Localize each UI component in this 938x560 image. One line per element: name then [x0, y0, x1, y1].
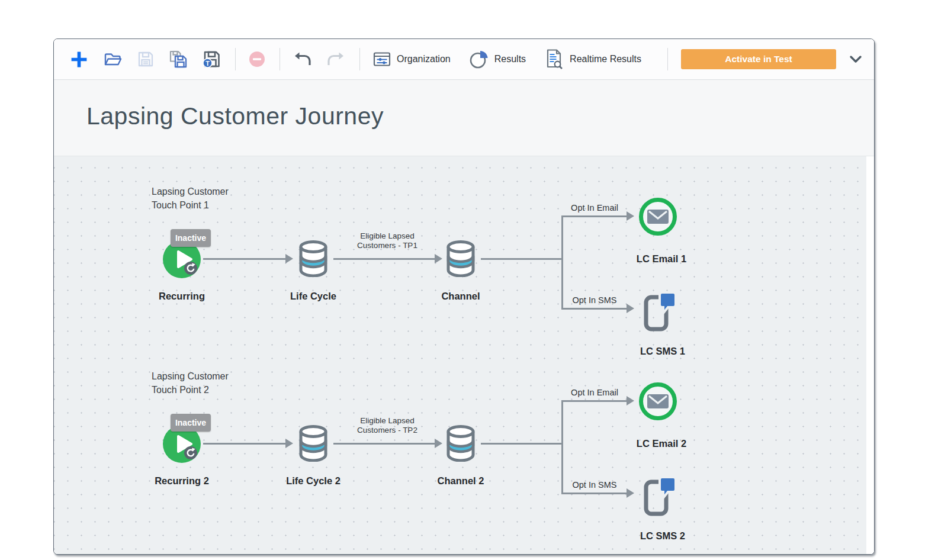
database-icon — [442, 424, 480, 462]
save-copy-icon — [169, 50, 188, 69]
lifecycle-node-label: Life Cycle — [266, 291, 361, 302]
activate-options-button[interactable] — [848, 53, 863, 65]
save-button[interactable] — [137, 50, 155, 68]
save-template-icon: T — [202, 50, 221, 69]
connector-line — [563, 308, 627, 310]
sms-branch-label: Opt In SMS — [547, 480, 642, 490]
scrollbar-track[interactable] — [866, 156, 874, 554]
arrowhead — [627, 211, 634, 221]
start-node-label: Recurring 2 — [134, 475, 229, 487]
connector-line — [333, 443, 435, 445]
email-campaign-node[interactable] — [639, 198, 677, 236]
svg-text:T: T — [205, 60, 210, 67]
sms-node-label: LC SMS 2 — [615, 530, 710, 542]
sms-branch-label: Opt In SMS — [547, 295, 642, 305]
activate-in-test-button[interactable]: Activate in Test — [681, 49, 836, 69]
arrowhead — [627, 488, 634, 498]
sms-campaign-node[interactable] — [640, 475, 679, 522]
toolbar-separator — [280, 48, 280, 70]
results-pie-icon — [470, 50, 489, 69]
organization-icon — [373, 51, 391, 67]
journey-header: Lapsing Customer Journey — [54, 80, 874, 156]
connector-line — [203, 258, 286, 260]
plus-icon — [69, 50, 89, 69]
edge-label: Eligible Lapsed Customers - TP2 — [328, 416, 446, 435]
touchpoint-annotation: Lapsing Customer Touch Point 1 — [152, 185, 229, 212]
arrowhead — [285, 439, 293, 448]
open-folder-icon — [103, 50, 123, 68]
results-button[interactable]: Results — [470, 50, 526, 69]
organization-label: Organization — [397, 54, 451, 65]
arrowhead — [627, 396, 634, 405]
envelope-icon — [646, 208, 670, 226]
phone-sms-icon — [640, 290, 679, 335]
page-title: Lapsing Customer Journey — [86, 102, 384, 130]
journey-branch-2: Lapsing Customer Touch Point 2 Inactive … — [54, 341, 874, 545]
database-icon — [294, 424, 332, 462]
phone-sms-icon — [640, 475, 679, 520]
new-button[interactable] — [69, 50, 89, 69]
lifecycle-node[interactable] — [294, 424, 332, 462]
redo-icon — [326, 52, 345, 67]
connector-line — [203, 443, 286, 445]
refresh-icon — [184, 262, 197, 275]
realtime-results-label: Realtime Results — [570, 54, 641, 65]
lifecycle-node[interactable] — [294, 239, 332, 277]
save-copy-button[interactable] — [169, 50, 188, 69]
channel-node[interactable] — [442, 424, 480, 462]
arrowhead — [285, 254, 293, 263]
journey-branch-1: Lapsing Customer Touch Point 1 Inactive … — [54, 156, 874, 361]
status-badge-inactive: Inactive — [171, 414, 211, 432]
refresh-icon — [184, 446, 197, 459]
email-node-label: LC Email 1 — [614, 253, 709, 265]
toolbar-separator — [235, 48, 236, 70]
status-badge-inactive: Inactive — [171, 229, 211, 247]
connector-line — [481, 258, 563, 260]
undo-button[interactable] — [293, 52, 312, 67]
email-node-label: LC Email 2 — [614, 438, 709, 449]
touchpoint-annotation: Lapsing Customer Touch Point 2 — [152, 369, 229, 397]
minus-circle-icon — [249, 51, 265, 67]
start-node-label: Recurring — [134, 291, 229, 302]
undo-icon — [293, 52, 312, 67]
connector-line — [563, 400, 627, 402]
connector-line — [333, 258, 435, 260]
chevron-down-icon — [848, 53, 863, 65]
toolbar: T — [54, 39, 874, 80]
open-button[interactable] — [103, 50, 123, 68]
sms-campaign-node[interactable] — [640, 290, 679, 337]
connector-line — [481, 443, 563, 445]
email-branch-label: Opt In Email — [547, 203, 642, 213]
redo-button[interactable] — [326, 52, 345, 67]
journey-builder-window: T — [53, 38, 875, 555]
email-branch-label: Opt In Email — [547, 388, 642, 397]
channel-node[interactable] — [442, 239, 480, 277]
organization-button[interactable]: Organization — [373, 51, 451, 67]
results-label: Results — [494, 54, 526, 65]
toolbar-separator — [667, 48, 668, 70]
save-template-button[interactable]: T — [202, 50, 221, 69]
arrowhead — [627, 304, 634, 313]
channel-node-label: Channel 2 — [413, 475, 508, 487]
database-icon — [442, 239, 480, 277]
edge-label: Eligible Lapsed Customers - TP1 — [328, 231, 446, 250]
realtime-results-button[interactable]: Realtime Results — [545, 49, 641, 70]
journey-canvas[interactable]: Lapsing Customer Touch Point 1 Inactive … — [54, 156, 874, 554]
channel-node-label: Channel — [413, 291, 508, 302]
connector-line — [563, 493, 627, 494]
database-icon — [294, 239, 332, 277]
envelope-icon — [646, 392, 670, 410]
email-campaign-node[interactable] — [639, 382, 677, 420]
lifecycle-node-label: Life Cycle 2 — [266, 475, 361, 487]
save-icon — [137, 50, 155, 68]
delete-button[interactable] — [249, 51, 265, 67]
toolbar-separator — [359, 48, 360, 70]
realtime-results-icon — [545, 49, 564, 70]
connector-line — [563, 215, 627, 217]
